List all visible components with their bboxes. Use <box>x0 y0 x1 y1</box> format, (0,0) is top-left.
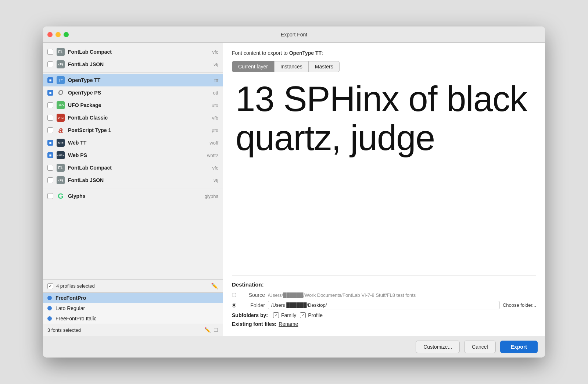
web-ps-name: Web PS <box>68 152 204 158</box>
choose-folder-button[interactable]: Choose folder... <box>503 302 536 308</box>
font-list: FreeFontPro Lato Regular FreeFontPro Ita… <box>43 292 223 324</box>
format-item-web-ps[interactable]: ■ </O> Web PS woff2 <box>43 149 223 161</box>
fl-classic-checkbox[interactable] <box>47 115 53 121</box>
bottom-format-section: G Glyphs glyphs <box>43 190 223 202</box>
separator-2 <box>43 188 223 188</box>
ufo-name: UFO Package <box>68 102 209 108</box>
ufo-ext: ufo <box>212 103 218 108</box>
fl-json-main-checkbox[interactable] <box>47 177 53 183</box>
fonts-edit-icon[interactable]: ✏️ <box>204 327 211 333</box>
window-controls <box>47 32 69 37</box>
top-format-section: FL FontLab Compact vfc {F} FontLab JSON … <box>43 46 223 71</box>
format-item-fl-compact-top[interactable]: FL FontLab Compact vfc <box>43 46 223 58</box>
opentype-ps-name: OpenType PS <box>68 90 210 96</box>
folder-row: Folder Choose folder... <box>232 301 536 309</box>
separator-1 <box>43 72 223 72</box>
source-radio[interactable] <box>232 293 236 297</box>
folder-path-input[interactable] <box>268 301 500 309</box>
profile-checkbox[interactable]: ✓ <box>300 312 306 318</box>
export-header: Font content to export to OpenType TT: <box>232 50 536 56</box>
opentype-ps-ext: otf <box>213 90 218 96</box>
opentype-tt-name: OpenType TT <box>68 77 211 83</box>
font-item-freefontpro-italic[interactable]: FreeFontPro Italic <box>43 313 223 324</box>
destination-title: Destination: <box>232 281 536 288</box>
maximize-button[interactable] <box>64 32 69 37</box>
preview-area: 13 SPHinx of black quartz, judge <box>232 72 536 275</box>
tab-current-layer[interactable]: Current layer <box>232 61 274 72</box>
fl-compact-top-name: FontLab Compact <box>68 49 209 55</box>
preview-text: 13 SPHinx of black quartz, judge <box>236 79 533 157</box>
fl-json-top-ext: vfj <box>214 62 218 67</box>
opentype-tt-checkbox[interactable]: ■ <box>47 77 53 83</box>
postscript-t1-checkbox[interactable] <box>47 127 53 133</box>
fl-compact-top-icon: FL <box>56 47 65 56</box>
glyphs-checkbox[interactable] <box>47 193 53 199</box>
fl-compact-main-icon: FL <box>56 163 65 172</box>
subfolders-row: Subfolders by: ✓ Family ✓ Profile <box>232 312 536 318</box>
opentype-tt-icon: TT <box>56 76 65 85</box>
web-ps-icon: </O> <box>56 151 65 160</box>
format-item-fl-json-top[interactable]: {F} FontLab JSON vfj <box>43 58 223 71</box>
fl-json-top-checkbox[interactable] <box>47 61 53 67</box>
postscript-t1-ext: pfb <box>212 128 218 133</box>
source-row: Source /Users/██████/Work Documents/Font… <box>232 292 536 298</box>
family-check-group: ✓ Family <box>273 312 296 318</box>
font-item-freefontpro[interactable]: FreeFontPro <box>43 293 223 303</box>
existing-value[interactable]: Rename <box>279 321 298 327</box>
web-tt-checkbox[interactable]: ■ <box>47 140 53 146</box>
format-item-fl-classic[interactable]: VFB FontLab Classic vfb <box>43 111 223 124</box>
font-dot-freefontpro-italic <box>47 316 52 321</box>
fl-compact-top-checkbox[interactable] <box>47 49 53 55</box>
profiles-checkbox[interactable]: ✓ <box>47 283 53 289</box>
profiles-edit-icon[interactable]: ✏️ <box>211 282 218 289</box>
source-path: /Users/██████/Work Documents/FontLab VI-… <box>268 292 536 298</box>
font-name-freefontpro: FreeFontPro <box>55 295 86 301</box>
format-item-fl-json-main[interactable]: {F} FontLab JSON vfj <box>43 174 223 186</box>
tab-masters[interactable]: Masters <box>309 61 340 72</box>
titlebar: Export Font <box>43 26 545 43</box>
ufo-checkbox[interactable] <box>47 102 53 108</box>
profiles-bar: ✓ 4 profiles selected ✏️ <box>43 279 223 292</box>
opentype-tt-ext: ttf <box>214 78 218 83</box>
left-panel: FL FontLab Compact vfc {F} FontLab JSON … <box>43 43 223 336</box>
fl-json-main-name: FontLab JSON <box>68 177 211 183</box>
folder-radio[interactable] <box>232 303 236 307</box>
close-button[interactable] <box>47 32 53 37</box>
subfolders-label: Subfolders by: <box>232 312 268 318</box>
fonts-count-label: 3 fonts selected <box>47 327 201 333</box>
window-title: Export Font <box>281 32 307 38</box>
glyphs-icon: G <box>56 192 65 200</box>
web-ps-checkbox[interactable]: ■ <box>47 152 53 158</box>
glyphs-name: Glyphs <box>68 193 201 199</box>
fl-compact-main-checkbox[interactable] <box>47 165 53 171</box>
font-dot-lato-regular <box>47 306 52 310</box>
tab-bar: Current layer Instances Masters <box>232 61 536 72</box>
main-content: FL FontLab Compact vfc {F} FontLab JSON … <box>43 43 545 336</box>
export-button[interactable]: Export <box>500 341 538 353</box>
format-item-opentype-ps[interactable]: ■ O OpenType PS otf <box>43 86 223 99</box>
existing-label: Existing font files: <box>232 321 276 327</box>
postscript-t1-name: PostScript Type 1 <box>68 127 209 133</box>
web-tt-ext: woff <box>209 140 218 146</box>
format-item-postscript-t1[interactable]: a PostScript Type 1 pfb <box>43 124 223 136</box>
family-label: Family <box>281 312 296 318</box>
customize-button[interactable]: Customize... <box>416 341 460 353</box>
fl-json-top-name: FontLab JSON <box>68 61 211 67</box>
bottom-bar: Customize... Cancel Export <box>43 336 545 358</box>
ufo-icon: UFO <box>56 101 65 110</box>
minimize-button[interactable] <box>55 32 61 37</box>
format-item-web-tt[interactable]: ■ </T> Web TT woff <box>43 136 223 149</box>
font-item-lato-regular[interactable]: Lato Regular <box>43 303 223 313</box>
tab-instances[interactable]: Instances <box>274 61 309 72</box>
format-item-opentype-tt[interactable]: ■ TT OpenType TT ttf <box>43 74 223 86</box>
font-name-lato-regular: Lato Regular <box>55 305 85 311</box>
opentype-ps-checkbox[interactable]: ■ <box>47 90 53 96</box>
folder-label: Folder <box>239 302 265 308</box>
format-item-ufo[interactable]: UFO UFO Package ufo <box>43 99 223 111</box>
format-item-fl-compact-main[interactable]: FL FontLab Compact vfc <box>43 161 223 174</box>
format-item-glyphs[interactable]: G Glyphs glyphs <box>43 190 223 202</box>
cancel-button[interactable]: Cancel <box>464 341 496 353</box>
family-checkbox[interactable]: ✓ <box>273 312 279 318</box>
fonts-check-icon[interactable]: ☐ <box>214 327 218 333</box>
font-dot-freefontpro <box>47 296 52 300</box>
